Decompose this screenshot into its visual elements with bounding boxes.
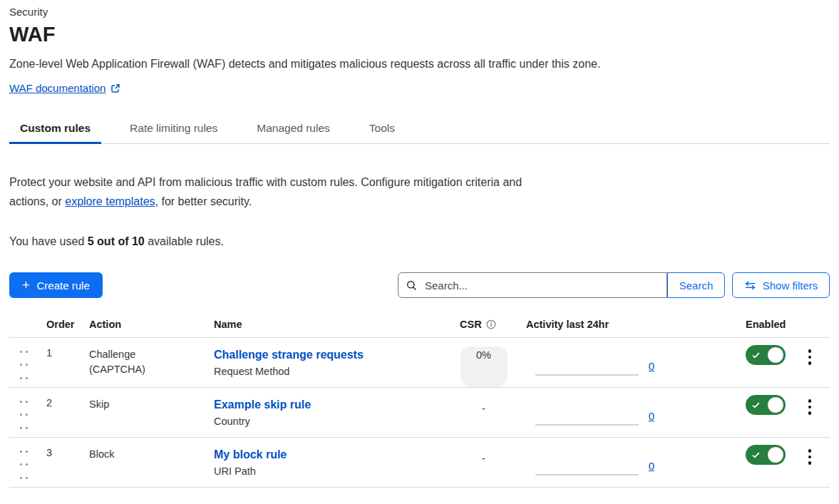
rule-action-cell: Block	[81, 438, 205, 487]
table-row: 3 Block My block rule URI Path - 0	[9, 438, 830, 488]
rule-name-link[interactable]: Challenge strange requests	[214, 347, 364, 362]
rule-action: Skip	[89, 397, 164, 412]
rule-enabled-cell	[673, 338, 790, 387]
toggle-knob	[767, 446, 784, 463]
activity-count-link[interactable]: 0	[649, 410, 654, 422]
activity-count-link[interactable]: 0	[649, 460, 654, 472]
enabled-toggle[interactable]	[746, 395, 786, 415]
rule-action-cell: Challenge (CAPTCHA)	[81, 338, 205, 387]
table-row: 2 Skip Example skip rule Country - 0	[9, 388, 830, 438]
kebab-menu-icon[interactable]	[807, 448, 813, 487]
rule-order: 1	[38, 338, 81, 387]
drag-handle-icon[interactable]	[20, 351, 28, 387]
rule-action: Block	[89, 447, 164, 462]
header-activity: Activity last 24hr	[518, 319, 673, 330]
table-row: 1 Challenge (CAPTCHA) Challenge strange …	[9, 338, 830, 388]
intro-text-after: , for better security.	[155, 195, 252, 207]
rule-name-link[interactable]: Example skip rule	[214, 397, 311, 412]
search-button[interactable]: Search	[667, 272, 725, 298]
activity-sparkline	[535, 424, 639, 426]
rule-name-cell: Example skip rule Country	[205, 388, 450, 437]
usage-prefix: You have used	[9, 235, 88, 247]
page-title: WAF	[9, 23, 830, 46]
plus-icon: +	[22, 279, 30, 292]
drag-cell	[9, 438, 38, 487]
show-filters-button[interactable]: Show filters	[732, 272, 830, 298]
rule-action: Challenge (CAPTCHA)	[89, 347, 164, 377]
explore-templates-link[interactable]: explore templates	[65, 195, 155, 207]
kebab-menu-icon[interactable]	[807, 348, 813, 387]
rule-csr-cell: -	[450, 388, 518, 437]
rule-action-cell: Skip	[81, 388, 205, 437]
enabled-toggle[interactable]	[746, 445, 786, 465]
header-menu-spacer	[790, 319, 830, 330]
csr-badge: 0%	[460, 346, 508, 387]
drag-handle-icon[interactable]	[20, 451, 28, 487]
tab-managed-rules[interactable]: Managed rules	[246, 115, 341, 143]
create-rule-button-label: Create rule	[37, 279, 90, 292]
search-input[interactable]	[423, 279, 659, 292]
activity-sparkline	[535, 374, 639, 376]
toggle-knob	[767, 346, 784, 364]
header-enabled: Enabled	[673, 319, 790, 330]
header-csr: CSR	[450, 319, 518, 330]
rule-name-cell: My block rule URI Path	[205, 438, 450, 487]
enabled-toggle[interactable]	[746, 345, 786, 365]
toggle-knob	[767, 396, 784, 413]
rule-order: 2	[38, 388, 81, 437]
drag-handle-icon[interactable]	[20, 401, 28, 437]
custom-rules-table: Order Action Name CSR Activity last 24hr…	[9, 316, 830, 488]
waf-documentation-link-label: WAF documentation	[9, 82, 105, 94]
activity-sparkline	[535, 474, 639, 475]
check-icon	[752, 402, 760, 408]
rule-enabled-cell	[673, 438, 790, 487]
rule-field: URI Path	[214, 466, 450, 477]
csr-value: -	[482, 453, 485, 487]
header-csr-label: CSR	[460, 319, 482, 330]
search-icon	[406, 280, 417, 291]
rule-enabled-cell	[673, 388, 790, 437]
waf-page: Security WAF Zone-level Web Application …	[0, 0, 839, 502]
rule-field: Country	[214, 416, 450, 427]
header-action: Action	[81, 319, 205, 330]
rules-toolbar: + Create rule Search	[9, 272, 830, 298]
rule-csr-cell: 0%	[450, 338, 518, 387]
header-drag-spacer	[9, 319, 38, 330]
rule-name-cell: Challenge strange requests Request Metho…	[205, 338, 450, 387]
rule-name-link[interactable]: My block rule	[214, 447, 287, 462]
search-input-wrap	[398, 272, 667, 298]
create-rule-button[interactable]: + Create rule	[9, 272, 103, 298]
info-icon[interactable]	[486, 319, 496, 329]
rule-menu-cell	[790, 388, 830, 437]
tab-tools[interactable]: Tools	[359, 115, 406, 143]
drag-cell	[9, 388, 38, 437]
rule-field: Request Method	[214, 366, 450, 377]
rule-csr-cell: -	[450, 438, 518, 487]
csr-value: -	[482, 403, 485, 437]
rule-menu-cell	[790, 338, 830, 387]
tab-custom-rules[interactable]: Custom rules	[9, 115, 101, 143]
intro-paragraph: Protect your website and API from malici…	[9, 173, 540, 211]
breadcrumb: Security	[9, 6, 830, 18]
usage-count: 5 out of 10	[88, 235, 145, 247]
waf-documentation-link[interactable]: WAF documentation	[9, 82, 120, 94]
activity-count-link[interactable]: 0	[649, 360, 654, 372]
tab-rate-limiting-rules[interactable]: Rate limiting rules	[119, 115, 228, 143]
check-icon	[752, 352, 760, 359]
rule-activity-cell: 0	[518, 388, 673, 437]
rule-order: 3	[38, 438, 81, 487]
rule-activity-cell: 0	[518, 438, 673, 487]
swap-arrows-icon	[744, 281, 756, 290]
show-filters-label: Show filters	[763, 279, 818, 292]
usage-summary: You have used 5 out of 10 available rule…	[9, 235, 830, 248]
table-header-row: Order Action Name CSR Activity last 24hr…	[9, 316, 830, 338]
kebab-menu-icon[interactable]	[807, 398, 813, 437]
header-order: Order	[38, 319, 81, 330]
rule-menu-cell	[790, 438, 830, 487]
drag-cell	[9, 338, 38, 387]
external-link-icon	[110, 83, 120, 93]
search-group: Search	[398, 272, 725, 298]
rule-activity-cell: 0	[518, 338, 673, 387]
usage-suffix: available rules.	[145, 235, 224, 247]
page-description: Zone-level Web Application Firewall (WAF…	[9, 58, 830, 71]
